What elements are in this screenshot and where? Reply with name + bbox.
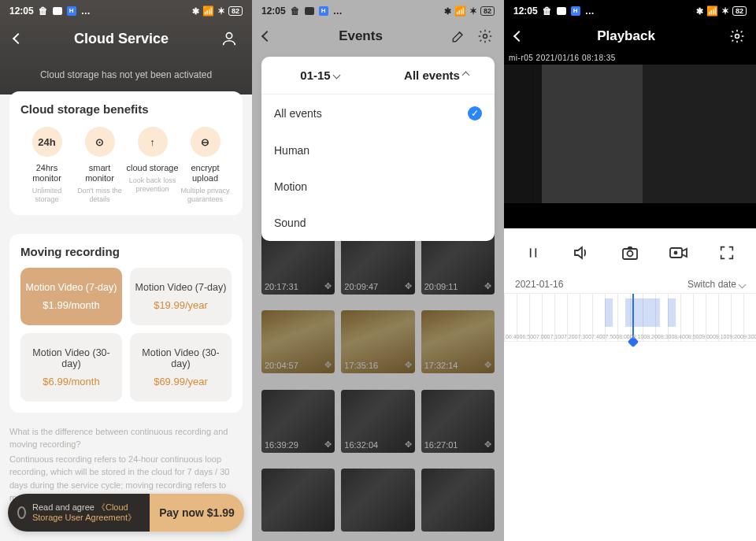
tick-label: 06:40 <box>506 334 520 339</box>
signal-icon: 📶 <box>454 6 466 17</box>
profile-icon[interactable] <box>220 30 238 47</box>
playback-date: 2021-01-16 <box>515 279 563 290</box>
option-label: All events <box>274 107 322 120</box>
trash-icon: 🗑 <box>291 6 300 17</box>
tick-label: 09:10 <box>713 334 727 339</box>
benefit-item: ⊙smart monitorDon't miss the details <box>73 127 126 204</box>
signal-icon: 📶 <box>202 6 214 17</box>
plan-title: Motion Video (7-day) <box>25 282 117 293</box>
plan-price: $69.99/year <box>135 376 227 387</box>
back-icon[interactable] <box>261 31 272 42</box>
filter-option[interactable]: Motion <box>261 169 495 205</box>
mail-icon <box>305 7 314 15</box>
plan-title: Motion Video (7-day) <box>135 282 227 293</box>
tick-label: 08:00 <box>616 334 630 339</box>
trash-icon: 🗑 <box>39 6 48 17</box>
tick-label: 07:10 <box>547 334 561 339</box>
benefit-sub: Multiple privacy guarantees <box>179 187 232 204</box>
tick-label: 08:50 <box>685 334 699 339</box>
wifi-icon: ✶ <box>469 6 477 17</box>
app-h-badge: H <box>319 6 328 16</box>
agree-checkbox[interactable] <box>17 506 26 519</box>
tick-label: 07:30 <box>575 334 589 339</box>
filter-option[interactable]: Human <box>261 132 495 169</box>
phone-playback: 12:05 🗑 H … ✱ 📶 ✶ 82 Playback mi-r05 202… <box>504 0 756 541</box>
benefit-sub: Unlimited storage <box>20 187 73 204</box>
clock: 12:05 <box>513 6 538 17</box>
signal-icon: 📶 <box>706 6 718 17</box>
benefits-card: Cloud storage benefits 24h24hrs monitorU… <box>9 91 243 215</box>
bluetooth-icon: ✱ <box>192 6 199 17</box>
plan-title: Motion Video (30-day) <box>25 347 117 369</box>
filter-option[interactable]: All events✓ <box>261 94 495 132</box>
switch-date-button[interactable]: Switch date <box>687 279 745 290</box>
timeline-scrubber[interactable]: 06:4006:5007:0007:1007:2007:3007:4007:50… <box>504 293 756 342</box>
option-label: Sound <box>274 217 306 229</box>
record-button[interactable] <box>669 243 689 263</box>
plan-option[interactable]: Motion Video (30-day)$6.99/month <box>20 333 122 402</box>
benefit-title: 24hrs monitor <box>20 163 73 183</box>
battery-icon: 82 <box>480 6 495 16</box>
phone-cloud-service: 12:05 🗑 H … ✱ 📶 ✶ 82 Cloud Service Cloud… <box>0 0 252 541</box>
timeline-segment <box>668 298 676 327</box>
benefits-heading: Cloud storage benefits <box>20 102 232 116</box>
tick-label: 07:00 <box>533 334 547 339</box>
svg-point-6 <box>674 252 676 254</box>
tick-label: 07:40 <box>588 334 602 339</box>
settings-icon[interactable] <box>477 28 493 44</box>
video-frame[interactable]: mi-r05 2021/01/16 08:18:35 <box>504 50 756 228</box>
plan-option[interactable]: Motion Video (7-day)$19.99/year <box>130 268 232 325</box>
pay-bar: Read and agree 《Cloud Storage User Agree… <box>8 494 244 532</box>
date-filter[interactable]: 01-15 <box>261 57 378 94</box>
hero-dark: 12:05 🗑 H … ✱ 📶 ✶ 82 Cloud Service Cloud… <box>0 0 252 94</box>
tick-label: 06:50 <box>520 334 534 339</box>
type-filter[interactable]: All events <box>378 57 495 94</box>
back-icon[interactable] <box>513 31 524 42</box>
tick-label: 08:40 <box>671 334 685 339</box>
benefit-sub: Look back loss prevention <box>126 176 179 194</box>
playback-controls <box>504 228 756 274</box>
volume-button[interactable] <box>571 243 591 263</box>
fullscreen-button[interactable] <box>717 243 737 263</box>
activation-note: Cloud storage has not yet been activated <box>0 69 252 80</box>
pause-button[interactable] <box>523 243 543 263</box>
bluetooth-icon: ✱ <box>696 6 703 17</box>
tick-label: 09:00 <box>699 334 713 339</box>
mail-icon <box>557 7 566 15</box>
pay-button[interactable]: Pay now $1.99 <box>150 494 244 532</box>
settings-icon[interactable] <box>729 28 745 44</box>
plan-option[interactable]: Motion Video (7-day)$1.99/month <box>20 268 122 325</box>
page-title: Playback <box>597 28 655 44</box>
page-title: Cloud Service <box>74 31 169 47</box>
video-content <box>504 65 756 203</box>
benefit-item: 24h24hrs monitorUnlimited storage <box>20 127 73 204</box>
battery-icon: 82 <box>228 6 243 16</box>
plan-price: $19.99/year <box>135 299 227 311</box>
tick-label: 07:50 <box>602 334 617 339</box>
svg-point-4 <box>627 251 632 257</box>
benefit-item: ⊖encrypt uploadMultiple privacy guarante… <box>179 127 232 204</box>
edit-icon[interactable] <box>450 28 466 44</box>
benefit-item: ↑cloud storageLook back loss prevention <box>126 127 179 204</box>
mail-icon <box>53 7 62 15</box>
tick-label: 09:30 <box>740 334 754 339</box>
svg-point-2 <box>735 35 739 39</box>
bluetooth-icon: ✱ <box>444 6 451 17</box>
benefit-icon: ⊖ <box>191 127 220 157</box>
plan-price: $6.99/month <box>25 376 117 387</box>
video-timestamp: mi-r05 2021/01/16 08:18:35 <box>509 54 616 62</box>
benefit-title: smart monitor <box>73 163 126 183</box>
tick-label: 08:30 <box>658 334 672 339</box>
option-label: Motion <box>274 180 307 193</box>
agree-section[interactable]: Read and agree 《Cloud Storage User Agree… <box>8 494 150 532</box>
filter-option[interactable]: Sound <box>261 205 495 241</box>
back-icon[interactable] <box>13 33 24 44</box>
plan-option[interactable]: Motion Video (30-day)$69.99/year <box>130 333 232 402</box>
filter-dropdown: 01-15 All events All events✓HumanMotionS… <box>261 57 495 241</box>
wifi-icon: ✶ <box>217 6 225 17</box>
battery-icon: 82 <box>732 6 747 16</box>
clock: 12:05 <box>261 6 286 17</box>
timeline-segment <box>605 298 613 327</box>
snapshot-button[interactable] <box>620 243 640 263</box>
benefit-icon: ↑ <box>138 127 168 157</box>
